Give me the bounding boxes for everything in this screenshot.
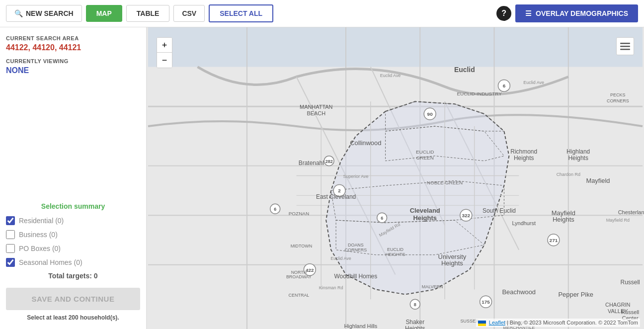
svg-text:Mayfield Rd: Mayfield Rd — [606, 218, 630, 223]
svg-text:6: 6 — [274, 207, 276, 212]
svg-text:90: 90 — [427, 111, 433, 117]
svg-text:CHAGRIN: CHAGRIN — [605, 302, 630, 308]
svg-text:Heights: Heights — [441, 259, 463, 267]
business-label[interactable]: Business (0) — [19, 231, 58, 239]
svg-text:Euclid: Euclid — [454, 66, 475, 74]
seasonal-homes-row: Seasonal Homes (0) — [6, 258, 140, 267]
csv-button[interactable]: CSV — [173, 5, 205, 22]
toolbar: 🔍 NEW SEARCH MAP TABLE CSV SELECT ALL ? … — [0, 0, 644, 27]
svg-text:Highland: Highland — [566, 148, 590, 155]
svg-text:Heights: Heights — [514, 155, 534, 162]
svg-text:South Euclid: South Euclid — [483, 207, 516, 214]
map-attribution: Leaflet | Bing, © 2023 Microsoft Corpora… — [476, 319, 640, 327]
svg-text:Euclid Ave: Euclid Ave — [380, 73, 401, 78]
business-checkbox[interactable] — [6, 230, 15, 239]
svg-text:EUCLID: EUCLID — [416, 149, 434, 155]
svg-text:MALVERN: MALVERN — [422, 284, 443, 289]
currently-viewing-label: CURRENTLY VIEWING — [6, 58, 140, 64]
zoom-out-button[interactable]: − — [157, 53, 172, 68]
svg-text:PECKS: PECKS — [610, 92, 625, 97]
svg-text:Chardon Rd: Chardon Rd — [557, 172, 580, 177]
svg-text:CENTRAL: CENTRAL — [289, 293, 310, 298]
select-all-button[interactable]: SELECT ALL — [209, 4, 273, 22]
svg-text:Cleveland: Cleveland — [410, 207, 440, 214]
svg-text:Euclid Ave: Euclid Ave — [523, 80, 544, 85]
svg-text:Highland Hills: Highland Hills — [344, 323, 377, 329]
svg-text:Shaker: Shaker — [405, 319, 424, 326]
svg-text:GREEN: GREEN — [416, 155, 434, 161]
seasonal-homes-checkbox[interactable] — [6, 258, 15, 267]
svg-text:EUCLID-INDUSTRY: EUCLID-INDUSTRY — [457, 91, 502, 96]
svg-text:175: 175 — [482, 299, 490, 305]
svg-text:Beachwood: Beachwood — [502, 288, 536, 296]
total-targets: Total targets: 0 — [6, 272, 140, 280]
svg-text:Russell: Russell — [621, 309, 639, 315]
svg-text:NORTH: NORTH — [291, 270, 307, 275]
new-search-label: NEW SEARCH — [26, 9, 74, 17]
csv-label: CSV — [182, 9, 196, 17]
layers-icon — [620, 41, 630, 51]
po-boxes-checkbox[interactable] — [6, 244, 15, 253]
residential-row: Residential (0) — [6, 216, 140, 225]
zip-codes: 44122, 44120, 44121 — [6, 43, 140, 52]
svg-text:Bratenahl: Bratenahl — [299, 160, 324, 166]
business-row: Business (0) — [6, 230, 140, 239]
svg-text:Kinsman Rd: Kinsman Rd — [319, 285, 343, 290]
svg-text:NOBLE-GREEN: NOBLE-GREEN — [427, 180, 463, 185]
svg-text:POZNAN: POZNAN — [289, 211, 309, 216]
svg-text:Mayfield: Mayfield — [586, 177, 610, 184]
zoom-in-button[interactable]: + — [157, 38, 172, 53]
svg-text:HEIGHTS: HEIGHTS — [386, 252, 405, 257]
overlay-demographics-label: OVERLAY DEMOGRAPHICS — [536, 9, 628, 17]
attribution-leaflet[interactable]: Leaflet — [489, 320, 505, 326]
map-svg: 90 6 2 6 322 271 175 8 422 6 282 Euclid — [147, 27, 644, 329]
sidebar: CURRENT SEARCH AREA 44122, 44120, 44121 … — [0, 27, 147, 329]
svg-text:MANHATTAN: MANHATTAN — [300, 104, 332, 110]
save-continue-label: SAVE AND CONTINUE — [32, 295, 115, 303]
residential-label[interactable]: Residential (0) — [19, 217, 64, 225]
svg-text:BROADWAY: BROADWAY — [286, 275, 312, 280]
table-button[interactable]: TABLE — [126, 5, 170, 22]
map-label: MAP — [96, 9, 112, 17]
help-button[interactable]: ? — [496, 6, 511, 21]
svg-text:CORNERS: CORNERS — [607, 98, 629, 103]
filter-icon: ☰ — [525, 9, 532, 17]
svg-text:Richmond: Richmond — [510, 148, 537, 155]
svg-text:Superior Ave: Superior Ave — [343, 174, 368, 179]
svg-text:Heights: Heights — [405, 325, 425, 329]
new-search-button[interactable]: 🔍 NEW SEARCH — [6, 5, 82, 22]
seasonal-homes-label[interactable]: Seasonal Homes (0) — [19, 258, 82, 266]
save-continue-button[interactable]: SAVE AND CONTINUE — [6, 288, 140, 310]
svg-text:CORNERS: CORNERS — [345, 247, 367, 252]
map-button[interactable]: MAP — [86, 5, 122, 22]
select-all-label: SELECT ALL — [220, 9, 262, 17]
overlay-demographics-button[interactable]: ☰ OVERLAY DEMOGRAPHICS — [515, 4, 638, 22]
selection-summary-title: Selection summary — [6, 202, 140, 210]
svg-rect-103 — [620, 49, 630, 50]
svg-text:282: 282 — [325, 159, 333, 164]
svg-text:BEACH: BEACH — [307, 110, 325, 116]
svg-text:6: 6 — [381, 216, 383, 221]
svg-text:8: 8 — [414, 302, 416, 307]
help-icon: ? — [501, 9, 506, 18]
svg-text:422: 422 — [306, 267, 314, 273]
po-boxes-label[interactable]: PO Boxes (0) — [19, 245, 61, 252]
svg-text:Heights: Heights — [568, 155, 588, 162]
po-boxes-row: PO Boxes (0) — [6, 244, 140, 253]
svg-text:271: 271 — [550, 238, 558, 243]
svg-text:Heights: Heights — [413, 214, 437, 222]
svg-rect-102 — [620, 46, 630, 47]
svg-text:East Cleveland: East Cleveland — [316, 193, 356, 200]
main-layout: CURRENT SEARCH AREA 44122, 44120, 44121 … — [0, 27, 644, 329]
svg-text:DOANS: DOANS — [348, 243, 364, 247]
total-targets-value: 0 — [94, 272, 98, 280]
svg-text:Chesterland: Chesterland — [618, 209, 644, 215]
svg-text:6: 6 — [503, 83, 506, 88]
map-zoom-controls: + − — [157, 37, 172, 68]
search-icon: 🔍 — [14, 9, 23, 17]
residential-checkbox[interactable] — [6, 216, 15, 225]
total-targets-label: Total targets: — [48, 272, 92, 280]
map-layers-button[interactable] — [616, 37, 634, 55]
attribution-rest: | Bing, © 2023 Microsoft Corporation. © … — [507, 320, 638, 326]
map-container[interactable]: 90 6 2 6 322 271 175 8 422 6 282 Euclid — [147, 27, 644, 329]
